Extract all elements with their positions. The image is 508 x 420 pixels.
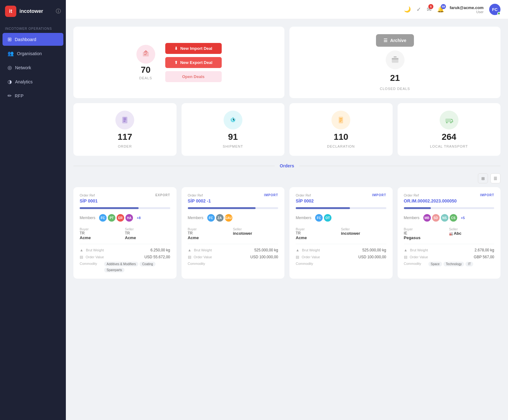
members-label: Members: [296, 216, 311, 220]
closed-deals-card: ☰ Archive 21 CLOSED DEALS: [289, 27, 500, 98]
commodity-row: Commodity SpaceTechnologyIT: [404, 262, 495, 266]
order-value-row: ▤ Order Value USD 100.000,00: [188, 255, 278, 259]
buyer-seller-row: Buyer TR Acme Seller TR Acme: [80, 227, 170, 240]
order-ref-value[interactable]: SİP 0001: [80, 198, 170, 203]
order-card: Order Ref IMPORT OR.IM.00002.2023.000050…: [398, 187, 501, 279]
list-view-button[interactable]: ☰: [490, 173, 500, 183]
check-icon[interactable]: ✓: [416, 6, 421, 13]
order-value-icon: ▤: [188, 255, 191, 259]
commodity-tag: Spareparts: [104, 268, 124, 272]
open-deals-button[interactable]: Open Deals: [165, 71, 222, 82]
buyer-seller-row: Buyer IE Pegasus Seller 🏭 Abc: [404, 227, 495, 240]
progress-bar: [404, 207, 495, 209]
progress-fill: [296, 207, 350, 209]
sidebar-item-label-rfp: RFP: [15, 93, 24, 98]
order-ref-value[interactable]: SİP 0002 -1: [188, 198, 278, 203]
commodity-label: Commodity: [404, 262, 426, 265]
shipment-icon-circle: [224, 111, 242, 129]
orders-section: Orders ⊞ ☰ Order Ref EXPORT SİP 0001 Mem…: [73, 163, 500, 279]
archive-button[interactable]: ☰ Archive: [376, 34, 414, 47]
member-avatar: EAU: [224, 213, 233, 222]
member-avatar: OT: [323, 213, 332, 222]
seller-info: Seller TR Acme: [125, 227, 170, 240]
new-export-deal-button[interactable]: ⬆ New Export Deal: [165, 57, 222, 68]
local-transport-label: LOCAL TRANSPORT: [430, 144, 468, 148]
deals-card: 70 DEALS ⬇ New Import Deal ⬆ New Export …: [73, 27, 284, 98]
members-label: Members: [404, 216, 420, 220]
order-value-value: USD 100.000,00: [250, 255, 278, 259]
buyer-country: TR: [80, 231, 125, 235]
deals-left: 70 DEALS: [136, 45, 155, 80]
brut-weight-row: ▲ Brut Weight 525.000,00 kg: [188, 248, 278, 252]
seller-name: incotower: [233, 231, 278, 236]
avatar[interactable]: FC: [489, 4, 500, 15]
sidebar: it incotower ⓘ INCOTOWER OPERATIONS ⊞ Da…: [0, 0, 66, 420]
buyer-country: TR: [188, 231, 233, 235]
closed-deals-count: 21: [390, 73, 400, 83]
sidebar-item-organisation[interactable]: 👥 Organisation: [3, 47, 63, 60]
sidebar-item-analytics[interactable]: ◑ Analytics: [3, 75, 63, 88]
weight-icon: ▲: [188, 248, 192, 252]
order-ref-label: Order Ref: [404, 193, 419, 197]
sidebar-item-dashboard[interactable]: ⊞ Dashboard: [3, 33, 63, 46]
commodity-row: Commodity: [188, 262, 278, 265]
moon-icon[interactable]: 🌙: [404, 6, 411, 13]
main-content: 🌙 ✓ ✉ 5 🔔 58 faruk@acme.com User FC: [66, 0, 508, 420]
sidebar-item-rfp[interactable]: ✏ RFP: [3, 89, 63, 102]
buyer-country: IE: [404, 231, 449, 235]
info-icon[interactable]: ⓘ: [56, 8, 61, 15]
buyer-label: Buyer: [188, 227, 233, 231]
stats-bottom: 117 ORDER 91 SHIPMENT 110 DECLARATION: [73, 103, 500, 156]
order-card-header: Order Ref IMPORT: [404, 193, 495, 197]
member-avatar: NS: [440, 213, 449, 222]
member-avatar: FC: [207, 213, 215, 222]
sidebar-item-label-dashboard: Dashboard: [15, 37, 36, 42]
seller-logo-icon: 🏭: [449, 232, 453, 235]
buyer-label: Buyer: [80, 227, 125, 231]
order-ref-value[interactable]: OR.IM.00002.2023.000050: [404, 198, 495, 203]
order-value-label: Order Value: [194, 255, 248, 259]
order-type-badge: IMPORT: [480, 193, 494, 197]
bell-icon[interactable]: 🔔 58: [437, 6, 444, 13]
mail-icon[interactable]: ✉ 5: [427, 6, 431, 13]
divider: [296, 244, 386, 244]
brut-weight-row: ▲ Brut Weight 2.678,00 kg: [404, 248, 495, 252]
commodity-tags: SpaceTechnologyIT: [428, 262, 474, 266]
orders-controls: ⊞ ☰: [73, 173, 500, 183]
member-avatar: CS: [449, 213, 458, 222]
order-ref-label: Order Ref: [188, 193, 203, 197]
seller-info: Seller incotower: [341, 227, 386, 240]
members-row: Members MBSDNSCS +5: [404, 213, 495, 222]
member-avatar: SD: [431, 213, 440, 222]
svg-point-6: [446, 122, 447, 123]
order-value-label: Order Value: [410, 255, 471, 259]
sidebar-item-network[interactable]: ◎ Network: [3, 61, 63, 74]
order-card-header: Order Ref EXPORT: [80, 193, 170, 197]
order-ref-value[interactable]: SİP 0002: [296, 198, 386, 203]
buyer-name: Pegasus: [404, 235, 449, 240]
svg-rect-1: [392, 58, 398, 60]
commodity-label: Commodity: [188, 262, 210, 265]
divider: [80, 244, 170, 244]
order-value-value: USD 55.672,00: [144, 255, 170, 259]
grid-view-button[interactable]: ⊞: [478, 173, 488, 183]
order-card-header: Order Ref IMPORT: [296, 193, 386, 197]
progress-fill: [404, 207, 431, 209]
member-avatar: ZA: [215, 213, 224, 222]
seller-label: Seller: [341, 227, 386, 231]
organisation-icon: 👥: [8, 50, 14, 56]
member-avatar: HA: [125, 213, 134, 222]
member-avatar: MB: [423, 213, 431, 222]
commodity-label: Commodity: [296, 262, 318, 265]
new-import-deal-button[interactable]: ⬇ New Import Deal: [165, 43, 222, 54]
sidebar-item-label-network: Network: [15, 65, 31, 70]
members-row: Members FCZAEAU: [188, 213, 278, 222]
members-row: Members FCOT: [296, 213, 386, 222]
progress-fill: [188, 207, 256, 209]
brut-weight-value: 2.678,00 kg: [474, 248, 494, 252]
order-type-badge: IMPORT: [264, 193, 278, 197]
orders-line-left: [73, 166, 275, 166]
seller-label: Seller: [125, 227, 170, 231]
weight-icon: ▲: [80, 248, 83, 252]
open-deals-label: Open Deals: [182, 74, 205, 79]
